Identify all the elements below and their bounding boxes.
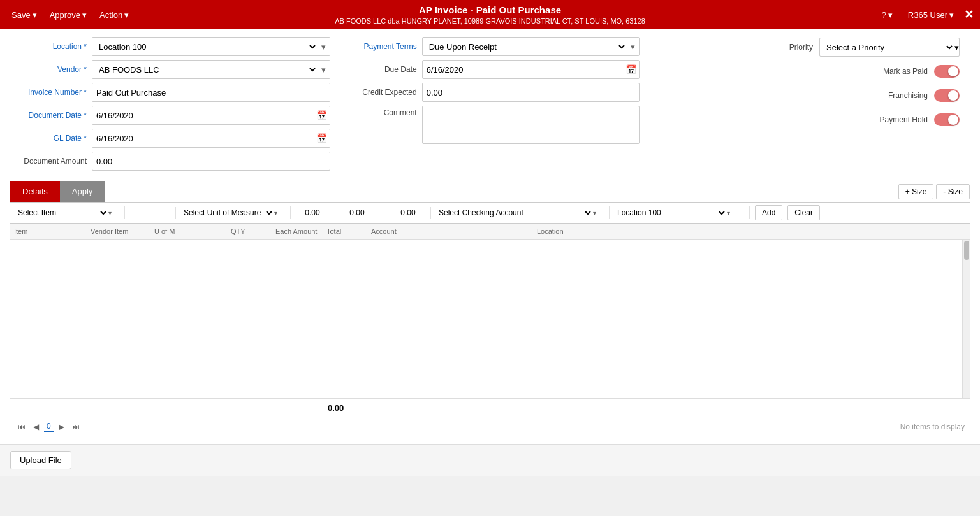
item-select[interactable]: Select Item (13, 206, 108, 219)
user-button[interactable]: R365 User ▾ (903, 8, 959, 22)
uom-select-icon: ▾ (274, 210, 277, 217)
upload-file-button[interactable]: Upload File (10, 451, 71, 469)
size-minus-button[interactable]: - Size (936, 184, 970, 199)
save-button[interactable]: Save ▾ (6, 8, 42, 22)
uom-select[interactable]: Select Unit of Measure (179, 206, 274, 219)
invoice-number-row: Invoice Number * (10, 83, 330, 102)
footer-qty (227, 405, 272, 412)
credit-expected-input[interactable] (422, 83, 640, 102)
total-input[interactable] (389, 207, 427, 219)
payment-hold-toggle[interactable] (934, 113, 960, 126)
priority-label: Priority (789, 43, 813, 52)
col-header-location: Location (533, 226, 661, 236)
form-left-col: Location * Location 100 ▾ Vendor * AB FO… (10, 37, 330, 171)
size-plus-button[interactable]: + Size (898, 184, 934, 199)
gl-date-wrapper[interactable]: 📅 (92, 129, 330, 148)
franchising-label: Franchising (888, 91, 928, 100)
franchising-toggle[interactable] (934, 89, 960, 102)
account-select[interactable]: Select Checking Account (434, 206, 593, 219)
document-date-input[interactable] (92, 108, 314, 123)
document-date-wrapper[interactable]: 📅 (92, 106, 330, 125)
location-select-wrapper[interactable]: Location 100 ▾ (92, 37, 330, 56)
mark-as-paid-label: Mark as Paid (883, 67, 928, 76)
account-select-cell[interactable]: Select Checking Account ▾ (431, 206, 610, 219)
location-row: Location * Location 100 ▾ (10, 37, 330, 56)
location-select-cell[interactable]: Location 100 ▾ (610, 206, 750, 219)
footer-uom (150, 405, 227, 412)
priority-dropdown-icon: ▾ (954, 43, 959, 52)
form-mid-col: Payment Terms Due Upon Receipt ▾ Due Dat… (330, 37, 650, 171)
mark-as-paid-toggle[interactable] (934, 65, 960, 78)
clear-button[interactable]: Clear (787, 205, 820, 220)
prev-page-button[interactable]: ◀ (31, 421, 41, 433)
footer-row: 0.00 (10, 399, 970, 417)
due-date-wrapper[interactable]: 📅 (422, 60, 640, 79)
tab-details[interactable]: Details (10, 181, 60, 202)
action-button[interactable]: Action ▾ (94, 8, 134, 22)
table-location-select[interactable]: Location 100 (612, 206, 727, 219)
col-header-uom: U of M (150, 226, 227, 236)
payment-terms-select[interactable]: Due Upon Receipt (423, 39, 627, 55)
vendor-select-wrapper[interactable]: AB FOODS LLC ▾ (92, 60, 330, 79)
no-items-text: No items to display (900, 422, 965, 431)
first-page-button[interactable]: ⏮ (15, 421, 28, 433)
table-input-row: Select Item ▾ Select Unit of Measure ▾ (10, 203, 970, 224)
each-amount-input[interactable] (338, 207, 376, 219)
gl-date-label: GL Date * (10, 134, 87, 143)
next-page-button[interactable]: ▶ (56, 421, 67, 433)
each-amount-cell[interactable] (335, 207, 386, 219)
gl-date-calendar-icon[interactable]: 📅 (314, 133, 330, 143)
tab-details-label: Details (22, 187, 48, 196)
document-date-label: Document Date * (10, 111, 87, 120)
help-button[interactable]: ? ▾ (877, 8, 898, 22)
document-amount-row: Document Amount (10, 152, 330, 171)
location-label: Location * (10, 42, 87, 51)
total-cell[interactable] (386, 207, 431, 219)
priority-row: Priority Select a Priority ▾ (660, 37, 960, 57)
location-select[interactable]: Location 100 (92, 39, 318, 55)
vendor-select[interactable]: AB FOODS LLC (92, 62, 318, 78)
qty-input[interactable] (293, 207, 332, 219)
table-location-dropdown-icon: ▾ (727, 210, 730, 217)
vendor-row: Vendor * AB FOODS LLC ▾ (10, 60, 330, 79)
user-dropdown-icon[interactable]: ▾ (949, 10, 954, 20)
priority-select-wrapper[interactable]: Select a Priority ▾ (819, 38, 960, 57)
col-header-total: Total (323, 226, 367, 236)
add-button[interactable]: Add (755, 205, 782, 220)
uom-select-cell[interactable]: Select Unit of Measure ▾ (176, 206, 291, 219)
invoice-number-input[interactable] (92, 83, 330, 102)
item-select-cell[interactable]: Select Item ▾ (10, 206, 125, 219)
col-header-account: Account (367, 226, 533, 236)
action-dropdown-icon[interactable]: ▾ (124, 10, 129, 20)
document-date-calendar-icon[interactable]: 📅 (314, 110, 330, 120)
comment-textarea[interactable] (422, 106, 640, 144)
payment-terms-dropdown-icon: ▾ (627, 42, 639, 52)
qty-cell[interactable] (291, 207, 335, 219)
gl-date-input[interactable] (92, 131, 314, 146)
col-header-each-amount: Each Amount (272, 226, 323, 236)
tab-apply[interactable]: Apply (60, 181, 105, 202)
top-bar-center: AP Invoice - Paid Out Purchase AB FOODS … (335, 4, 645, 25)
credit-expected-label: Credit Expected (340, 88, 417, 97)
footer-account (367, 405, 533, 412)
last-page-button[interactable]: ⏭ (69, 421, 82, 433)
close-button[interactable]: ✕ (964, 8, 974, 22)
scrollbar-thumb (964, 241, 969, 260)
vendor-label: Vendor * (10, 65, 87, 74)
payment-terms-label: Payment Terms (340, 42, 417, 51)
scrollbar-right[interactable] (962, 240, 970, 398)
due-date-calendar-icon[interactable]: 📅 (623, 64, 639, 75)
document-amount-input[interactable] (92, 152, 330, 171)
save-dropdown-icon[interactable]: ▾ (33, 10, 37, 20)
due-date-input[interactable] (423, 62, 624, 77)
approve-dropdown-icon[interactable]: ▾ (82, 10, 87, 20)
vendor-item-input[interactable] (128, 207, 172, 219)
payment-terms-select-wrapper[interactable]: Due Upon Receipt ▾ (422, 37, 640, 56)
approve-button[interactable]: Approve ▾ (45, 8, 92, 22)
gl-date-row: GL Date * 📅 (10, 129, 330, 148)
priority-select[interactable]: Select a Priority (820, 39, 954, 55)
help-dropdown-icon[interactable]: ▾ (888, 10, 893, 20)
mark-as-paid-row: Mark as Paid (660, 61, 960, 82)
top-bar-right: ? ▾ R365 User ▾ ✕ (877, 8, 974, 22)
page-subtitle: AB FOODS LLC dba HUNGRY PLANET, 10989 GR… (335, 17, 645, 25)
